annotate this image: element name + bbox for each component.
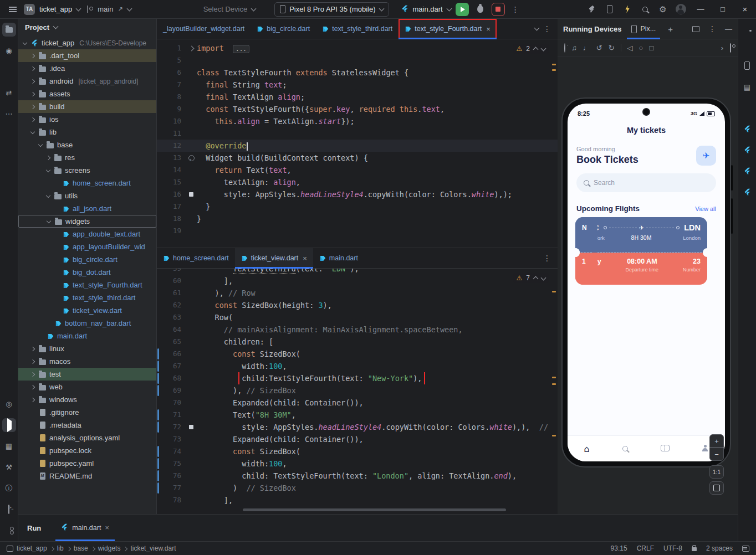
code-token[interactable]: key: [336, 105, 350, 114]
tree-chevron-open-icon[interactable]: [45, 220, 52, 223]
warning-stripe-mark[interactable]: [552, 383, 556, 385]
code-line-77[interactable]: 77 ) // SizedBox: [157, 482, 558, 494]
code-token[interactable]: });: [341, 117, 354, 126]
tree-chevron-closed-icon[interactable]: [29, 118, 35, 121]
code-line-68[interactable]: 68 child:TextStyleFourth(text: "New-York…: [157, 372, 558, 384]
read-only-lock-icon[interactable]: [692, 547, 697, 551]
code-token[interactable]: 100: [269, 362, 282, 371]
code-token[interactable]: StatelessWidget {: [328, 68, 408, 77]
tree-item-test[interactable]: test: [18, 368, 156, 381]
code-text[interactable]: [197, 225, 558, 237]
code-token[interactable]: 3: [318, 301, 323, 310]
pull-requests-button[interactable]: ⇄: [2, 86, 16, 100]
tree-item-pubspec-lock[interactable]: pubspec.lock: [18, 444, 156, 457]
chevron-right-button[interactable]: ›: [721, 44, 723, 52]
code-token[interactable]: style: AppStyles.: [197, 190, 300, 199]
profile-tile[interactable]: ✈: [696, 146, 716, 166]
code-line-76[interactable]: 76 child: TextStyleFourth(text: "London"…: [157, 470, 558, 482]
code-line-9[interactable]: 9 const TextStyleFourth({super.key, requ…: [157, 103, 558, 115]
code-token[interactable]: final: [206, 80, 228, 89]
zoom-fit-button[interactable]: [709, 481, 724, 495]
code-line-66[interactable]: 66 const SizedBox(: [157, 348, 558, 360]
code-token[interactable]: const: [233, 350, 256, 358]
ai-assistant-button[interactable]: [740, 101, 754, 115]
editor-tab-text-style-third-dart[interactable]: text_style_third.dart: [316, 19, 399, 39]
line-number[interactable]: 72: [157, 421, 186, 433]
code-token[interactable]: ],: [197, 496, 233, 505]
code-token[interactable]: [197, 269, 233, 273]
tree-item-app-layoutbuilder-wid[interactable]: app_layoutBuilder_wid: [18, 240, 156, 253]
code-text[interactable]: TextStyleThird(text: 'LDN'),: [197, 269, 558, 275]
code-token[interactable]: }: [197, 214, 201, 223]
search-bar[interactable]: Search: [576, 173, 716, 192]
code-token[interactable]: align: [278, 92, 300, 101]
run-button[interactable]: [2, 418, 16, 432]
tree-item--metadata[interactable]: .metadata: [18, 419, 156, 431]
code-text[interactable]: const TextStyleFourth({super.key, requir…: [197, 103, 558, 115]
code-line-12[interactable]: 12 @override: [157, 140, 558, 152]
code-token[interactable]: ,: [282, 362, 287, 371]
code-token[interactable]: ),: [197, 289, 228, 297]
structure-button[interactable]: [2, 65, 16, 79]
code-token[interactable]: ,: [440, 105, 445, 114]
code-text[interactable]: final TextAlign align;: [197, 91, 558, 103]
tree-item-text-style-third-dart[interactable]: text_style_third.dart: [18, 291, 156, 304]
code-token[interactable]: = TextAlign.: [260, 117, 319, 126]
code-text[interactable]: const SizedBox(: [197, 445, 558, 458]
code-token[interactable]: children: [: [197, 337, 273, 346]
code-line-59[interactable]: 59 TextStyleThird(text: 'LDN'),: [157, 269, 558, 275]
line-number[interactable]: 75: [157, 458, 186, 470]
device-placeholder[interactable]: Select Device: [203, 5, 247, 13]
tree-item-home-screen-dart[interactable]: home_screen.dart: [18, 177, 156, 189]
code-text[interactable]: width:100,: [197, 360, 558, 372]
device-selector[interactable]: Pixel 8 Pro API 35 (mobile): [274, 2, 389, 17]
tree-item-main-dart[interactable]: main.dart: [18, 330, 156, 342]
editor-tab-ticket-view-dart[interactable]: ticket_view.dart×: [235, 248, 313, 268]
code-line-78[interactable]: 78 ],: [157, 494, 558, 506]
code-token[interactable]: const: [233, 447, 256, 456]
code-token[interactable]: }: [197, 202, 210, 211]
code-line-8[interactable]: 8 final TextAlign align;: [157, 91, 558, 103]
code-token[interactable]: headLineStyle4: [318, 423, 381, 431]
ruler-icon[interactable]: [742, 546, 749, 552]
next-warning-icon[interactable]: [541, 45, 546, 51]
tree-item-windows[interactable]: windows: [18, 393, 156, 406]
warning-stripe-mark[interactable]: [552, 69, 556, 71]
code-line-69[interactable]: 69 ), // SizedBox: [157, 384, 558, 397]
code-token[interactable]: Text(: [197, 410, 256, 419]
code-line-14[interactable]: 14 return Text(text,: [157, 164, 558, 176]
code-token[interactable]: end: [494, 471, 507, 480]
device-tab[interactable]: Pix...: [627, 19, 660, 39]
code-token[interactable]: [197, 325, 224, 334]
code-text[interactable]: ) // SizedBox: [197, 482, 558, 494]
code-text[interactable]: child: TextStyleFourth(text: "London", a…: [197, 470, 558, 482]
services-button[interactable]: ▦: [2, 439, 16, 453]
code-token[interactable]: Widget build(BuildContext context) {: [197, 153, 368, 162]
flutter-performance-button[interactable]: [740, 165, 754, 178]
code-token[interactable]: import: [197, 44, 224, 53]
chevron-down-icon[interactable]: [126, 6, 132, 11]
code-text[interactable]: textAlign: align,: [197, 176, 558, 188]
code-token[interactable]: SizedBox(height:: [237, 301, 318, 310]
code-line-5[interactable]: 5: [157, 54, 558, 66]
branch-name[interactable]: main: [98, 5, 113, 13]
code-token[interactable]: super: [309, 105, 332, 114]
line-number[interactable]: 8: [157, 91, 186, 103]
code-text[interactable]: final String text;: [197, 79, 558, 91]
code-line-65[interactable]: 65 children: [: [157, 336, 558, 348]
horizontal-scrollbar[interactable]: [243, 508, 506, 511]
code-token[interactable]: Row(: [197, 313, 233, 322]
device-explorer-button[interactable]: [740, 59, 754, 73]
run-button[interactable]: [456, 3, 469, 16]
code-token[interactable]: text: [422, 105, 440, 114]
volume-up-button[interactable]: ♫: [571, 44, 577, 52]
breadcrumb-item[interactable]: ticket_view.dart: [130, 544, 176, 552]
code-text[interactable]: Expanded(child: Container()),: [197, 433, 558, 445]
code-token[interactable]: [197, 117, 215, 126]
flutter-outline-button[interactable]: [740, 122, 754, 136]
code-text[interactable]: ), // SizedBox: [197, 384, 558, 397]
tree-chevron-open-icon[interactable]: [29, 131, 35, 133]
view-all-link[interactable]: View all: [695, 205, 716, 212]
editor-top[interactable]: ⚠ 2 1import ...56class TextStyleFourth e…: [157, 39, 558, 248]
tab-options-button[interactable]: ⋮: [541, 254, 553, 263]
